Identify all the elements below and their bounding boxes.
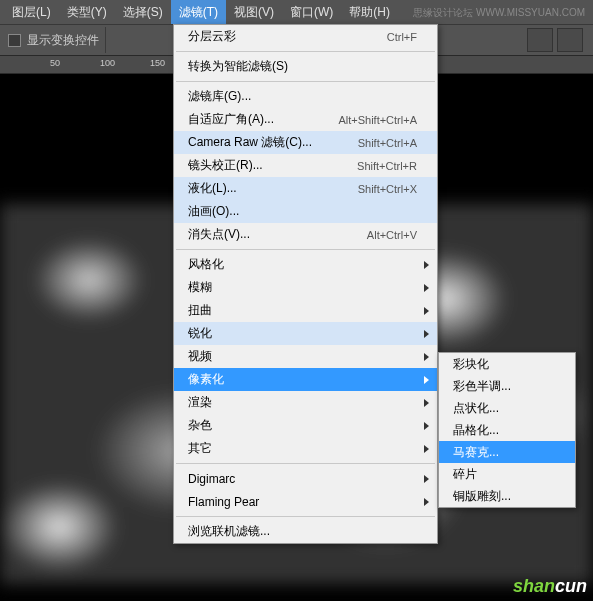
menu-item-label: 转换为智能滤镜(S): [188, 58, 417, 75]
menu-1[interactable]: 类型(Y): [59, 0, 115, 24]
menu-item-label: Flaming Pear: [188, 495, 417, 509]
submenu-arrow-icon: [424, 445, 429, 453]
submenu-arrow-icon: [424, 330, 429, 338]
filter-menu-item[interactable]: 油画(O)...: [174, 200, 437, 223]
menu-separator: [176, 463, 435, 464]
filter-menu-item[interactable]: 分层云彩Ctrl+F: [174, 25, 437, 48]
menu-item-label: 油画(O)...: [188, 203, 417, 220]
menu-3[interactable]: 滤镜(T): [171, 0, 226, 24]
pixelate-submenu: 彩块化彩色半调...点状化...晶格化...马赛克...碎片铜版雕刻...: [438, 352, 576, 508]
tool-icon[interactable]: [557, 28, 583, 52]
menu-item-label: Camera Raw 滤镜(C)...: [188, 134, 358, 151]
menu-separator: [176, 516, 435, 517]
submenu-item[interactable]: 晶格化...: [439, 419, 575, 441]
filter-menu-item[interactable]: Camera Raw 滤镜(C)...Shift+Ctrl+A: [174, 131, 437, 154]
menu-item-shortcut: Shift+Ctrl+A: [358, 137, 417, 149]
submenu-item[interactable]: 碎片: [439, 463, 575, 485]
filter-menu-item[interactable]: Digimarc: [174, 467, 437, 490]
watermark-text: 思缘设计论坛 WWW.MISSYUAN.COM: [413, 6, 585, 20]
submenu-arrow-icon: [424, 376, 429, 384]
menu-separator: [176, 249, 435, 250]
menu-item-label: 模糊: [188, 279, 417, 296]
filter-menu-dropdown: 分层云彩Ctrl+F转换为智能滤镜(S)滤镜库(G)...自适应广角(A)...…: [173, 24, 438, 544]
menu-item-shortcut: Shift+Ctrl+X: [358, 183, 417, 195]
menu-item-label: 锐化: [188, 325, 417, 342]
menu-item-label: 分层云彩: [188, 28, 387, 45]
filter-menu-item[interactable]: 浏览联机滤镜...: [174, 520, 437, 543]
menu-item-label: 扭曲: [188, 302, 417, 319]
submenu-arrow-icon: [424, 399, 429, 407]
ruler-tick: 50: [50, 58, 60, 68]
submenu-arrow-icon: [424, 353, 429, 361]
submenu-item[interactable]: 彩块化: [439, 353, 575, 375]
menu-item-label: 消失点(V)...: [188, 226, 367, 243]
filter-menu-item[interactable]: 视频: [174, 345, 437, 368]
submenu-arrow-icon: [424, 284, 429, 292]
submenu-arrow-icon: [424, 261, 429, 269]
checkbox-label: 显示变换控件: [27, 32, 99, 49]
menu-separator: [176, 51, 435, 52]
filter-menu-item[interactable]: 模糊: [174, 276, 437, 299]
menu-item-label: Digimarc: [188, 472, 417, 486]
menu-item-label: 渲染: [188, 394, 417, 411]
filter-menu-item[interactable]: 其它: [174, 437, 437, 460]
menu-6[interactable]: 帮助(H): [341, 0, 398, 24]
menu-item-label: 风格化: [188, 256, 417, 273]
logo: shancun: [513, 576, 587, 597]
filter-menu-item[interactable]: 渲染: [174, 391, 437, 414]
menu-item-shortcut: Shift+Ctrl+R: [357, 160, 417, 172]
ruler-tick: 150: [150, 58, 165, 68]
filter-menu-item[interactable]: 杂色: [174, 414, 437, 437]
menu-2[interactable]: 选择(S): [115, 0, 171, 24]
logo-part2: cun: [555, 576, 587, 596]
show-transform-checkbox[interactable]: [8, 34, 21, 47]
filter-menu-item[interactable]: 锐化: [174, 322, 437, 345]
divider: [105, 27, 106, 53]
filter-menu-item[interactable]: 滤镜库(G)...: [174, 85, 437, 108]
menu-separator: [176, 81, 435, 82]
tool-icon[interactable]: [527, 28, 553, 52]
menu-5[interactable]: 窗口(W): [282, 0, 341, 24]
filter-menu-item[interactable]: 液化(L)...Shift+Ctrl+X: [174, 177, 437, 200]
submenu-arrow-icon: [424, 422, 429, 430]
menu-item-label: 像素化: [188, 371, 417, 388]
submenu-item[interactable]: 铜版雕刻...: [439, 485, 575, 507]
filter-menu-item[interactable]: 风格化: [174, 253, 437, 276]
submenu-item[interactable]: 马赛克...: [439, 441, 575, 463]
menu-item-label: 镜头校正(R)...: [188, 157, 357, 174]
menu-item-label: 浏览联机滤镜...: [188, 523, 417, 540]
menu-item-shortcut: Ctrl+F: [387, 31, 417, 43]
menu-item-label: 杂色: [188, 417, 417, 434]
logo-part1: shan: [513, 576, 555, 596]
filter-menu-item[interactable]: Flaming Pear: [174, 490, 437, 513]
filter-menu-item[interactable]: 转换为智能滤镜(S): [174, 55, 437, 78]
submenu-arrow-icon: [424, 307, 429, 315]
menu-item-label: 自适应广角(A)...: [188, 111, 338, 128]
menu-0[interactable]: 图层(L): [4, 0, 59, 24]
menu-item-label: 滤镜库(G)...: [188, 88, 417, 105]
filter-menu-item[interactable]: 扭曲: [174, 299, 437, 322]
submenu-item[interactable]: 点状化...: [439, 397, 575, 419]
menu-item-shortcut: Alt+Shift+Ctrl+A: [338, 114, 417, 126]
ruler-tick: 100: [100, 58, 115, 68]
menu-4[interactable]: 视图(V): [226, 0, 282, 24]
filter-menu-item[interactable]: 自适应广角(A)...Alt+Shift+Ctrl+A: [174, 108, 437, 131]
menu-item-shortcut: Alt+Ctrl+V: [367, 229, 417, 241]
menu-item-label: 视频: [188, 348, 417, 365]
filter-menu-item[interactable]: 消失点(V)...Alt+Ctrl+V: [174, 223, 437, 246]
menu-item-label: 其它: [188, 440, 417, 457]
submenu-item[interactable]: 彩色半调...: [439, 375, 575, 397]
submenu-arrow-icon: [424, 498, 429, 506]
submenu-arrow-icon: [424, 475, 429, 483]
menu-item-label: 液化(L)...: [188, 180, 358, 197]
filter-menu-item[interactable]: 镜头校正(R)...Shift+Ctrl+R: [174, 154, 437, 177]
filter-menu-item[interactable]: 像素化: [174, 368, 437, 391]
